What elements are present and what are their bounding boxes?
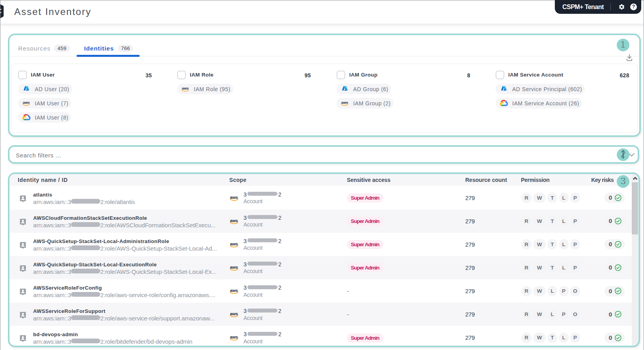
svg-text:aws: aws	[230, 265, 238, 270]
svg-text:aws: aws	[23, 100, 30, 105]
svg-text:aws: aws	[230, 288, 238, 293]
svg-text:aws: aws	[230, 195, 238, 199]
svg-text:aws: aws	[230, 311, 238, 316]
svg-text:aws: aws	[341, 100, 348, 105]
svg-text:aws: aws	[230, 218, 238, 223]
svg-text:aws: aws	[230, 241, 238, 246]
svg-text:aws: aws	[230, 335, 238, 339]
svg-text:aws: aws	[182, 86, 189, 90]
